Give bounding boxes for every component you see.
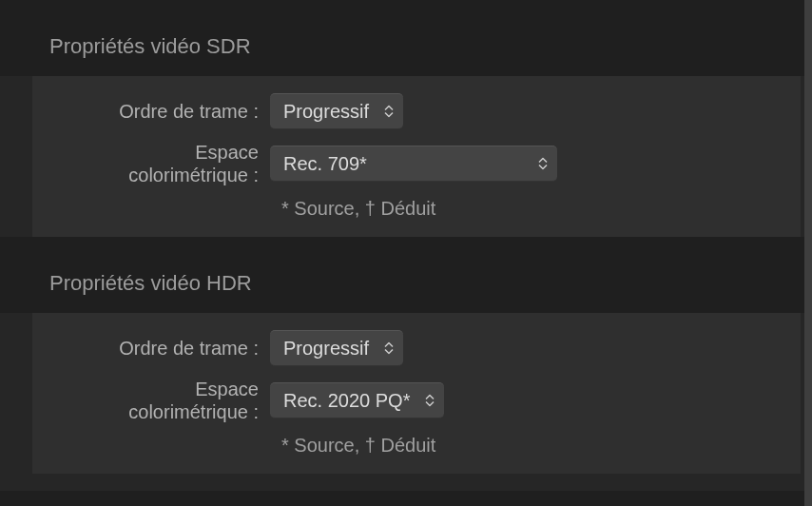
hdr-footnote: * Source, † Déduit <box>281 435 763 457</box>
sdr-colorspace-label: Espace colorimétrique : <box>32 141 270 186</box>
hdr-field-order-select-wrap[interactable]: Progressif <box>270 330 403 366</box>
sdr-colorspace-select[interactable]: Rec. 709* <box>270 146 557 182</box>
video-properties-panel: Propriétés vidéo SDR Ordre de trame : Pr… <box>0 0 812 491</box>
right-edge-divider <box>804 0 812 506</box>
sdr-section: Propriétés vidéo SDR Ordre de trame : Pr… <box>0 0 812 237</box>
hdr-field-order-select[interactable]: Progressif <box>270 330 403 366</box>
sdr-field-order-label: Ordre de trame : <box>32 100 270 123</box>
sdr-footnote: * Source, † Déduit <box>281 198 763 220</box>
sdr-colorspace-label-line1: Espace <box>195 142 259 163</box>
sdr-colorspace-select-wrap[interactable]: Rec. 709* <box>270 146 557 182</box>
hdr-colorspace-row: Espace colorimétrique : Rec. 2020 PQ* <box>32 378 763 423</box>
hdr-field-order-label: Ordre de trame : <box>32 337 270 360</box>
sdr-field-order-select[interactable]: Progressif <box>270 93 403 129</box>
hdr-colorspace-select-wrap[interactable]: Rec. 2020 PQ* <box>270 382 444 418</box>
sdr-colorspace-row: Espace colorimétrique : Rec. 709* <box>32 141 763 186</box>
sdr-section-body: Ordre de trame : Progressif Espace color… <box>32 76 801 237</box>
hdr-section-body: Ordre de trame : Progressif Espace color… <box>32 313 801 474</box>
hdr-colorspace-select[interactable]: Rec. 2020 PQ* <box>270 382 444 418</box>
sdr-section-title: Propriétés vidéo SDR <box>0 0 812 76</box>
hdr-section-title: Propriétés vidéo HDR <box>0 237 812 313</box>
sdr-colorspace-label-line2: colorimétrique : <box>128 165 259 185</box>
hdr-field-order-row: Ordre de trame : Progressif <box>32 330 763 366</box>
hdr-colorspace-label-line2: colorimétrique : <box>128 401 259 422</box>
sdr-field-order-select-wrap[interactable]: Progressif <box>270 93 403 129</box>
hdr-section: Propriétés vidéo HDR Ordre de trame : Pr… <box>0 237 812 474</box>
sdr-field-order-row: Ordre de trame : Progressif <box>32 93 763 129</box>
hdr-colorspace-label: Espace colorimétrique : <box>32 378 270 423</box>
hdr-colorspace-label-line1: Espace <box>195 379 259 399</box>
